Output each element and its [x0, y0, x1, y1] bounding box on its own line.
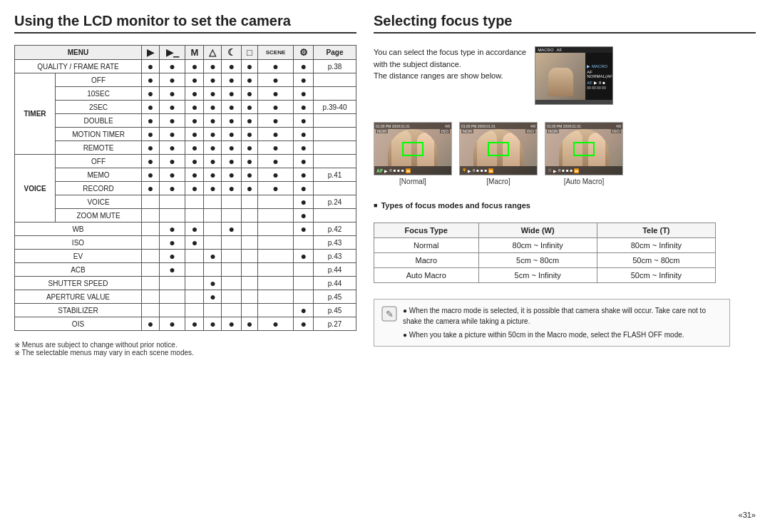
focus-col-wide: Wide (W): [478, 223, 597, 238]
focus-col-tele: Tele (T): [597, 223, 715, 238]
table-row: ZOOM MUTE ●: [15, 209, 356, 222]
note-icon: ✎: [381, 306, 397, 327]
focus-img-normal: 01:00 PM 2008.01.01 4/8 NOR ISO AF ▶ 8 ■…: [374, 122, 452, 175]
note-2: ● When you take a picture within 50cm in…: [403, 329, 722, 340]
auto-macro-label: [Auto Macro]: [564, 178, 605, 185]
left-title: Using the LCD monitor to set the camera: [14, 13, 356, 34]
icon-movie: ▶⎯: [159, 46, 185, 60]
table-row: APERTURE VALUE ● p.45: [15, 290, 356, 304]
focus-col-type: Focus Type: [374, 223, 479, 238]
focus-img-macro: 01:00 PM 2008.01.01 4/8 NOR ISO ⚘ ▶ 8 ■ …: [459, 122, 538, 175]
table-row: OIS ●●●● ●●●● p.27: [15, 317, 356, 331]
focus-sample-normal: 01:00 PM 2008.01.01 4/8 NOR ISO AF ▶ 8 ■…: [374, 122, 452, 185]
table-row: ISO ●● p.43: [15, 236, 356, 250]
table-row: SHUTTER SPEED ● p.44: [15, 277, 356, 290]
table-row: VOICE ● p.24: [15, 195, 356, 209]
icon-scene1: △: [204, 46, 222, 60]
menu-table: MENU ▶ ▶⎯ M △ ☾ □ SCENE ⚙ Page QUALITY /…: [14, 45, 356, 331]
focus-section-header: Types of focus modes and focus ranges: [374, 201, 756, 210]
focus-row-normal: Normal 80cm ~ Infinity 80cm ~ Infinity: [374, 238, 716, 253]
svg-text:✎: ✎: [386, 309, 394, 319]
notes-box: ✎ ● When the macro mode is selected, it …: [374, 299, 730, 347]
table-row: TIMER OFF ●●●● ●●●●: [15, 73, 356, 87]
footnote-1: ※ Menus are subject to change without pr…: [14, 341, 356, 349]
camera-menu-preview: MACROAF ▶ MACRO AF NORMAL(AF) AF ▶ 8 ■: [535, 46, 613, 105]
intro-text: You can select the focus type in accorda…: [374, 46, 526, 82]
focus-sample-macro: 01:00 PM 2008.01.01 4/8 NOR ISO ⚘ ▶ 8 ■ …: [459, 122, 538, 185]
table-row: EV ●● ● p.43: [15, 250, 356, 263]
focus-ranges-table: Focus Type Wide (W) Tele (T) Normal 80cm…: [374, 222, 716, 283]
focus-img-auto-macro: 01:00 PM 2008.01.01 4/8 NOR ISO ☆ ▶ 8 ■ …: [545, 122, 623, 175]
page-col-header: Page: [314, 46, 356, 60]
focus-row-macro: Macro 5cm ~ 80cm 50cm ~ 80cm: [374, 253, 716, 268]
table-row: MEMO ●●●● ●●●● p.41: [15, 168, 356, 182]
table-row: VOICE OFF ●●●● ●●●●: [15, 155, 356, 168]
icon-m: M: [185, 46, 204, 60]
focus-samples: 01:00 PM 2008.01.01 4/8 NOR ISO AF ▶ 8 ■…: [374, 122, 756, 185]
left-column: Using the LCD monitor to set the camera …: [14, 13, 356, 519]
table-row: 10SEC ●●●● ●●●●: [15, 87, 356, 101]
normal-label: [Normal]: [399, 178, 426, 185]
icon-box: □: [242, 46, 258, 60]
table-row: MOTION TIMER ●●●● ●●●●: [15, 128, 356, 141]
footnotes: ※ Menus are subject to change without pr…: [14, 341, 356, 357]
note-1: ● When the macro mode is selected, it is…: [403, 305, 722, 327]
table-row: QUALITY / FRAME RATE ●● ●● ●● ●● p.38: [15, 60, 356, 73]
icon-night: ☾: [222, 46, 242, 60]
macro-label: [Macro]: [486, 178, 510, 185]
table-row: DOUBLE ●●●● ●●●●: [15, 114, 356, 128]
menu-col-header: MENU: [15, 46, 142, 60]
table-row: ACB ● p.44: [15, 263, 356, 277]
right-title: Selecting focus type: [374, 13, 756, 34]
icon-scene: SCENE: [257, 46, 294, 60]
table-row: RECORD ●●●● ●●●●: [15, 182, 356, 195]
icon-auto: ▶: [141, 46, 159, 60]
table-row: 2SEC ●●●● ●●●● p.39-40: [15, 101, 356, 114]
focus-sample-auto-macro: 01:00 PM 2008.01.01 4/8 NOR ISO ☆ ▶ 8 ■ …: [545, 122, 623, 185]
footnote-2: ※ The selectable menus may vary in each …: [14, 349, 356, 357]
icon-wrench: ⚙: [294, 46, 314, 60]
table-row: REMOTE ●●●● ●●●●: [15, 141, 356, 155]
table-row: WB ●● ●● p.42: [15, 222, 356, 236]
page-number: «31»: [739, 511, 756, 519]
table-row: STABILIZER ● p.45: [15, 304, 356, 317]
notes-content: ● When the macro mode is selected, it is…: [403, 305, 722, 340]
focus-row-auto-macro: Auto Macro 5cm ~ Infinity 50cm ~ Infinit…: [374, 268, 716, 283]
right-column: Selecting focus type You can select the …: [374, 13, 756, 519]
